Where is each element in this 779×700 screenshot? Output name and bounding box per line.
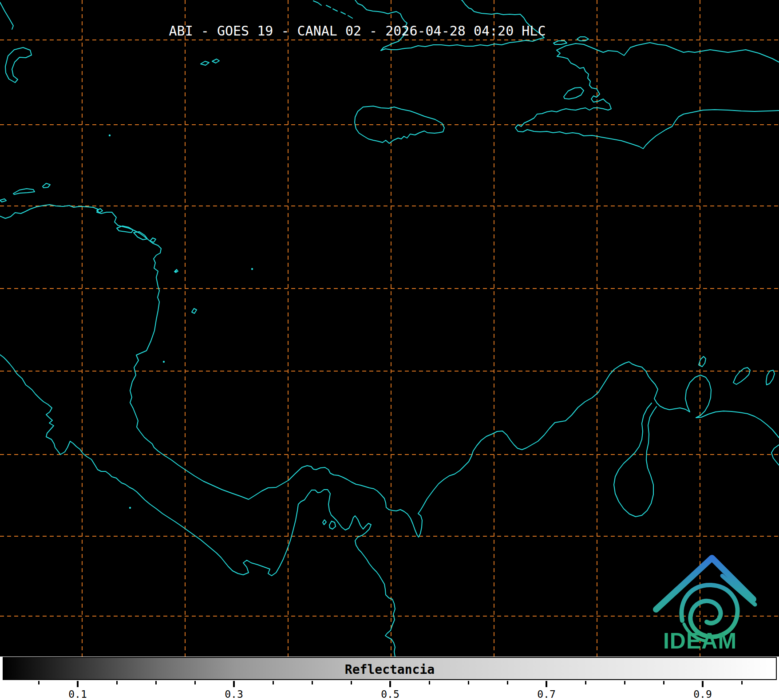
coastline-roatan bbox=[13, 189, 35, 194]
colorbar-major-tick bbox=[233, 681, 235, 687]
coastline-cayman-island-1 bbox=[201, 61, 209, 65]
coastline-tortuga bbox=[554, 41, 567, 44]
colorbar-tick-label: 0.5 bbox=[381, 688, 399, 700]
map-title: ABI - GOES 19 - CANAL 02 - 2026-04-28 04… bbox=[169, 23, 546, 39]
islet-dot-3 bbox=[163, 361, 165, 363]
colorbar-minor-tick bbox=[38, 681, 40, 684]
colorbar-minor-tick bbox=[155, 681, 157, 684]
coastline-cuba-west-fragment bbox=[0, 2, 13, 29]
islet-dot-2 bbox=[251, 268, 253, 270]
colorbar-minor-tick bbox=[624, 681, 625, 684]
ideam-logo: IDEAM bbox=[646, 548, 766, 655]
coastline-san-andres bbox=[192, 308, 197, 313]
coastline-utila bbox=[0, 199, 6, 202]
colorbar-tick-label: 0.9 bbox=[693, 688, 712, 700]
colorbar-minor-tick bbox=[507, 681, 508, 684]
colorbar-major-tick bbox=[389, 681, 391, 687]
colorbar-major-tick bbox=[77, 681, 79, 687]
colorbar-minor-tick bbox=[663, 681, 664, 684]
islet-dot-5 bbox=[129, 507, 131, 509]
coastline-bonaire bbox=[766, 370, 775, 385]
satellite-image-viewer: ABI - GOES 19 - CANAL 02 - 2026-04-28 04… bbox=[0, 0, 779, 700]
colorbar-minor-tick bbox=[585, 681, 586, 684]
colorbar-tick-label: 0.7 bbox=[537, 688, 556, 700]
coastline-hispaniola bbox=[515, 43, 779, 149]
coastline-cay-2 bbox=[326, 5, 331, 8]
islet-dot-4 bbox=[175, 270, 177, 272]
colorbar-major-tick bbox=[546, 681, 547, 687]
colorbar-minor-tick bbox=[273, 681, 274, 684]
colorbar-minor-tick bbox=[116, 681, 118, 684]
coastline-honduras-lagoon-2 bbox=[134, 232, 147, 240]
colorbar-minor-tick bbox=[351, 681, 352, 684]
colorbar-tick-label: 0.3 bbox=[225, 688, 243, 700]
colorbar: Reflectancia 0.10.30.50.70.9 bbox=[0, 656, 779, 700]
coastline-guanaja bbox=[43, 183, 50, 188]
colorbar-minor-tick bbox=[741, 681, 743, 684]
ideam-logo-text: IDEAM bbox=[663, 629, 737, 653]
coastline-pacific-coast bbox=[0, 355, 395, 656]
colorbar-minor-tick bbox=[429, 681, 430, 684]
colorbar-tick-label: 0.1 bbox=[68, 688, 87, 700]
coastline-lake-maracaibo bbox=[614, 403, 656, 517]
coastline-cay-4 bbox=[341, 12, 345, 14]
colorbar-label: Reflectancia bbox=[345, 662, 435, 677]
coastline-pearl-island-1 bbox=[323, 520, 326, 525]
colorbar-minor-tick bbox=[194, 681, 196, 684]
coastline-cay-1 bbox=[313, 1, 321, 5]
colorbar-minor-tick bbox=[312, 681, 313, 684]
coastline-cay-5 bbox=[348, 16, 352, 18]
colorbar-minor-tick bbox=[468, 681, 469, 684]
coastline-gonave bbox=[564, 87, 584, 99]
islet-dot-1 bbox=[109, 134, 111, 136]
colorbar-major-tick bbox=[702, 681, 704, 687]
satellite-map: ABI - GOES 19 - CANAL 02 - 2026-04-28 04… bbox=[0, 0, 779, 656]
coastline-pearl-island-2 bbox=[329, 521, 336, 529]
coastline-isla-juventud bbox=[5, 47, 32, 83]
coastline-cayman-island-2 bbox=[212, 59, 219, 63]
coastline-cay-3 bbox=[333, 9, 337, 11]
coastline-curacao bbox=[733, 368, 750, 384]
